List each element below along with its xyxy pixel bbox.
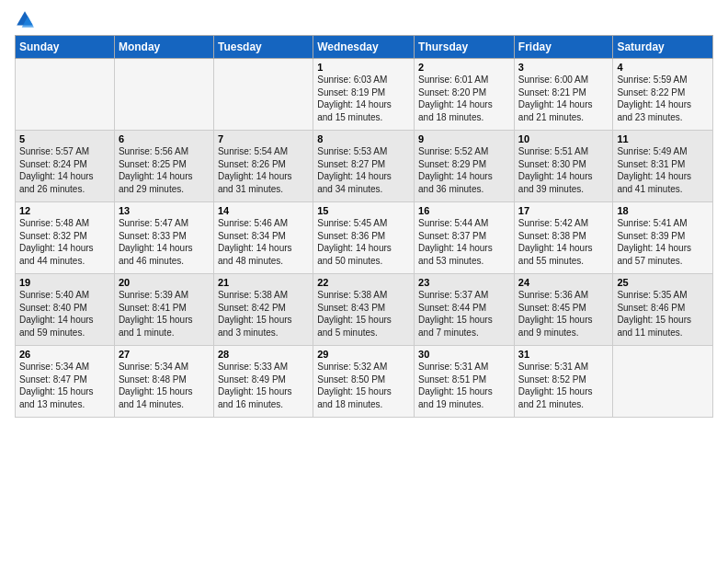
day-info: Sunrise: 5:47 AM Sunset: 8:33 PM Dayligh…	[119, 217, 210, 267]
calendar-cell: 30Sunrise: 5:31 AM Sunset: 8:51 PM Dayli…	[415, 346, 515, 418]
calendar-cell: 6Sunrise: 5:56 AM Sunset: 8:25 PM Daylig…	[114, 131, 213, 202]
day-number: 19	[19, 277, 110, 288]
day-info: Sunrise: 5:44 AM Sunset: 8:37 PM Dayligh…	[418, 217, 510, 267]
day-number: 21	[218, 277, 309, 288]
day-number: 29	[317, 349, 410, 360]
calendar-cell: 1Sunrise: 6:03 AM Sunset: 8:19 PM Daylig…	[313, 59, 415, 131]
week-row-0: 1Sunrise: 6:03 AM Sunset: 8:19 PM Daylig…	[16, 59, 713, 131]
header-cell-monday: Monday	[114, 36, 213, 59]
day-number: 1	[317, 62, 410, 73]
calendar-table: SundayMondayTuesdayWednesdayThursdayFrid…	[15, 35, 713, 418]
day-info: Sunrise: 5:42 AM Sunset: 8:38 PM Dayligh…	[518, 217, 609, 267]
day-info: Sunrise: 5:49 AM Sunset: 8:31 PM Dayligh…	[617, 145, 709, 195]
calendar-cell: 25Sunrise: 5:35 AM Sunset: 8:46 PM Dayli…	[613, 274, 713, 346]
day-info: Sunrise: 5:52 AM Sunset: 8:29 PM Dayligh…	[418, 145, 510, 195]
calendar-cell: 10Sunrise: 5:51 AM Sunset: 8:30 PM Dayli…	[514, 131, 613, 202]
day-number: 7	[218, 133, 309, 144]
calendar-cell: 7Sunrise: 5:54 AM Sunset: 8:26 PM Daylig…	[213, 131, 313, 202]
calendar-body: 1Sunrise: 6:03 AM Sunset: 8:19 PM Daylig…	[16, 59, 713, 418]
page: SundayMondayTuesdayWednesdayThursdayFrid…	[0, 0, 728, 563]
day-info: Sunrise: 6:00 AM Sunset: 8:21 PM Dayligh…	[518, 74, 609, 123]
day-number: 6	[119, 133, 210, 144]
day-number: 26	[19, 349, 110, 360]
day-number: 22	[317, 277, 410, 288]
day-number: 16	[418, 205, 510, 216]
day-info: Sunrise: 5:32 AM Sunset: 8:50 PM Dayligh…	[317, 361, 410, 410]
day-number: 14	[218, 205, 309, 216]
day-info: Sunrise: 5:39 AM Sunset: 8:41 PM Dayligh…	[119, 289, 210, 339]
calendar-cell: 4Sunrise: 5:59 AM Sunset: 8:22 PM Daylig…	[613, 59, 713, 131]
header-cell-saturday: Saturday	[613, 36, 713, 59]
header-cell-wednesday: Wednesday	[313, 36, 415, 59]
calendar-cell: 21Sunrise: 5:38 AM Sunset: 8:42 PM Dayli…	[213, 274, 313, 346]
calendar-cell	[114, 59, 213, 131]
day-number: 18	[617, 205, 709, 216]
day-info: Sunrise: 5:38 AM Sunset: 8:43 PM Dayligh…	[317, 289, 410, 339]
day-info: Sunrise: 5:53 AM Sunset: 8:27 PM Dayligh…	[317, 145, 410, 195]
calendar-cell: 23Sunrise: 5:37 AM Sunset: 8:44 PM Dayli…	[415, 274, 515, 346]
day-number: 12	[19, 205, 110, 216]
calendar-cell: 26Sunrise: 5:34 AM Sunset: 8:47 PM Dayli…	[16, 346, 115, 418]
day-number: 17	[518, 205, 609, 216]
day-info: Sunrise: 5:33 AM Sunset: 8:49 PM Dayligh…	[218, 361, 309, 410]
calendar-cell: 5Sunrise: 5:57 AM Sunset: 8:24 PM Daylig…	[16, 131, 115, 202]
day-info: Sunrise: 5:34 AM Sunset: 8:47 PM Dayligh…	[19, 361, 110, 410]
calendar-cell: 27Sunrise: 5:34 AM Sunset: 8:48 PM Dayli…	[114, 346, 213, 418]
week-row-1: 5Sunrise: 5:57 AM Sunset: 8:24 PM Daylig…	[16, 131, 713, 202]
week-row-2: 12Sunrise: 5:48 AM Sunset: 8:32 PM Dayli…	[16, 202, 713, 274]
day-number: 24	[518, 277, 609, 288]
calendar-cell: 28Sunrise: 5:33 AM Sunset: 8:49 PM Dayli…	[213, 346, 313, 418]
day-number: 13	[119, 205, 210, 216]
day-number: 31	[518, 349, 609, 360]
day-number: 11	[617, 133, 709, 144]
calendar-cell: 12Sunrise: 5:48 AM Sunset: 8:32 PM Dayli…	[16, 202, 115, 274]
calendar-cell: 31Sunrise: 5:31 AM Sunset: 8:52 PM Dayli…	[514, 346, 613, 418]
calendar-cell: 14Sunrise: 5:46 AM Sunset: 8:34 PM Dayli…	[213, 202, 313, 274]
calendar-cell: 19Sunrise: 5:40 AM Sunset: 8:40 PM Dayli…	[16, 274, 115, 346]
calendar-cell: 13Sunrise: 5:47 AM Sunset: 8:33 PM Dayli…	[114, 202, 213, 274]
calendar-cell: 8Sunrise: 5:53 AM Sunset: 8:27 PM Daylig…	[313, 131, 415, 202]
week-row-3: 19Sunrise: 5:40 AM Sunset: 8:40 PM Dayli…	[16, 274, 713, 346]
calendar-cell: 18Sunrise: 5:41 AM Sunset: 8:39 PM Dayli…	[613, 202, 713, 274]
calendar-cell: 2Sunrise: 6:01 AM Sunset: 8:20 PM Daylig…	[415, 59, 515, 131]
day-info: Sunrise: 5:54 AM Sunset: 8:26 PM Dayligh…	[218, 145, 309, 195]
day-info: Sunrise: 5:36 AM Sunset: 8:45 PM Dayligh…	[518, 289, 609, 339]
day-number: 28	[218, 349, 309, 360]
day-info: Sunrise: 5:46 AM Sunset: 8:34 PM Dayligh…	[218, 217, 309, 267]
logo	[15, 9, 39, 29]
header-cell-friday: Friday	[514, 36, 613, 59]
header-cell-tuesday: Tuesday	[213, 36, 313, 59]
week-row-4: 26Sunrise: 5:34 AM Sunset: 8:47 PM Dayli…	[16, 346, 713, 418]
calendar-cell	[16, 59, 115, 131]
day-info: Sunrise: 5:41 AM Sunset: 8:39 PM Dayligh…	[617, 217, 709, 267]
calendar-cell: 15Sunrise: 5:45 AM Sunset: 8:36 PM Dayli…	[313, 202, 415, 274]
calendar-cell: 24Sunrise: 5:36 AM Sunset: 8:45 PM Dayli…	[514, 274, 613, 346]
day-info: Sunrise: 6:01 AM Sunset: 8:20 PM Dayligh…	[418, 74, 510, 123]
calendar-cell: 29Sunrise: 5:32 AM Sunset: 8:50 PM Dayli…	[313, 346, 415, 418]
day-number: 8	[317, 133, 410, 144]
calendar-cell: 22Sunrise: 5:38 AM Sunset: 8:43 PM Dayli…	[313, 274, 415, 346]
day-info: Sunrise: 5:31 AM Sunset: 8:51 PM Dayligh…	[418, 361, 510, 410]
day-info: Sunrise: 5:59 AM Sunset: 8:22 PM Dayligh…	[617, 74, 709, 123]
day-number: 3	[518, 62, 609, 73]
day-number: 30	[418, 349, 510, 360]
day-number: 10	[518, 133, 609, 144]
logo-icon	[15, 9, 35, 29]
calendar-cell	[213, 59, 313, 131]
day-info: Sunrise: 5:45 AM Sunset: 8:36 PM Dayligh…	[317, 217, 410, 267]
calendar-cell: 11Sunrise: 5:49 AM Sunset: 8:31 PM Dayli…	[613, 131, 713, 202]
calendar-cell: 3Sunrise: 6:00 AM Sunset: 8:21 PM Daylig…	[514, 59, 613, 131]
header-row: SundayMondayTuesdayWednesdayThursdayFrid…	[16, 36, 713, 59]
day-info: Sunrise: 5:37 AM Sunset: 8:44 PM Dayligh…	[418, 289, 510, 339]
day-info: Sunrise: 5:40 AM Sunset: 8:40 PM Dayligh…	[19, 289, 110, 339]
day-info: Sunrise: 5:56 AM Sunset: 8:25 PM Dayligh…	[119, 145, 210, 195]
day-number: 15	[317, 205, 410, 216]
day-info: Sunrise: 5:51 AM Sunset: 8:30 PM Dayligh…	[518, 145, 609, 195]
day-number: 27	[119, 349, 210, 360]
day-number: 5	[19, 133, 110, 144]
day-number: 23	[418, 277, 510, 288]
day-info: Sunrise: 6:03 AM Sunset: 8:19 PM Dayligh…	[317, 74, 410, 123]
day-info: Sunrise: 5:34 AM Sunset: 8:48 PM Dayligh…	[119, 361, 210, 410]
calendar-cell: 20Sunrise: 5:39 AM Sunset: 8:41 PM Dayli…	[114, 274, 213, 346]
day-info: Sunrise: 5:35 AM Sunset: 8:46 PM Dayligh…	[617, 289, 709, 339]
